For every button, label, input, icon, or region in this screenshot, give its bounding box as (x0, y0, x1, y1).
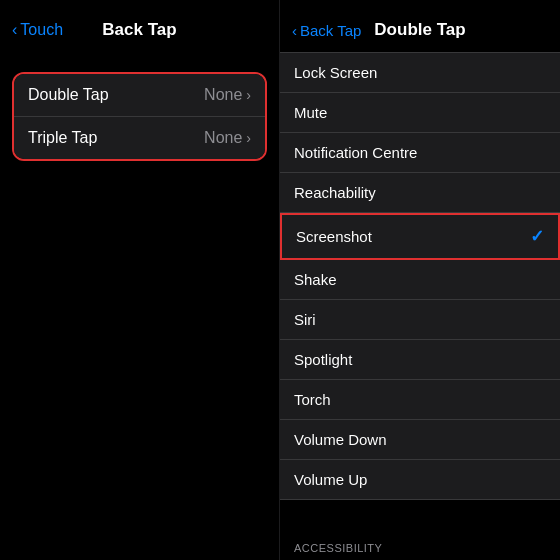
checkmark-icon: ✓ (530, 226, 544, 247)
triple-tap-value: None (204, 129, 242, 147)
list-item-label: Reachability (294, 184, 376, 201)
list-item-label: Mute (294, 104, 327, 121)
list-item[interactable]: Shake (280, 260, 560, 300)
list-item[interactable]: Notification Centre (280, 133, 560, 173)
double-tap-value-container: None › (204, 86, 251, 104)
right-chevron-icon: ‹ (292, 22, 297, 39)
list-item-label: Spotlight (294, 351, 352, 368)
right-title: Double Tap (374, 20, 465, 40)
list-item[interactable]: Spotlight (280, 340, 560, 380)
list-item[interactable]: Screenshot✓ (280, 213, 560, 260)
left-panel: ‹ Touch Back Tap Double Tap None › Tripl… (0, 0, 280, 560)
section-divider (280, 500, 560, 528)
list-item[interactable]: Reachability (280, 173, 560, 213)
list-item[interactable]: Volume Down (280, 420, 560, 460)
double-tap-row[interactable]: Double Tap None › (14, 74, 265, 117)
left-content: Double Tap None › Triple Tap None › (0, 52, 279, 161)
list-item[interactable]: Volume Up (280, 460, 560, 500)
left-back-button[interactable]: ‹ Touch (12, 21, 63, 39)
left-header: ‹ Touch Back Tap (0, 8, 279, 52)
triple-tap-label: Triple Tap (28, 129, 97, 147)
triple-tap-row[interactable]: Triple Tap None › (14, 117, 265, 159)
list-item-label: Torch (294, 391, 331, 408)
list-item-label: Volume Up (294, 471, 367, 488)
list-item-label: Volume Down (294, 431, 387, 448)
left-back-label: Touch (20, 21, 63, 39)
right-list: Lock ScreenMuteNotification CentreReacha… (280, 52, 560, 560)
list-item-label: Shake (294, 271, 337, 288)
list-item[interactable]: Torch (280, 380, 560, 420)
accessibility-header: ACCESSIBILITY (280, 528, 560, 560)
list-item[interactable]: Lock Screen (280, 52, 560, 93)
double-tap-label: Double Tap (28, 86, 109, 104)
double-tap-value: None (204, 86, 242, 104)
right-back-button[interactable]: ‹ Back Tap (292, 22, 361, 39)
right-header: ‹ Back Tap Double Tap (280, 8, 560, 52)
list-item-label: Notification Centre (294, 144, 417, 161)
right-back-label: Back Tap (300, 22, 361, 39)
accessibility-section: ACCESSIBILITY AssistiveTouchBackground S… (280, 528, 560, 560)
triple-tap-value-container: None › (204, 129, 251, 147)
list-item[interactable]: Siri (280, 300, 560, 340)
left-title: Back Tap (102, 20, 176, 40)
right-panel: ‹ Back Tap Double Tap Lock ScreenMuteNot… (280, 0, 560, 560)
tap-group: Double Tap None › Triple Tap None › (12, 72, 267, 161)
list-item-label: Screenshot (296, 228, 372, 245)
double-tap-chevron-icon: › (246, 87, 251, 103)
list-item[interactable]: Mute (280, 93, 560, 133)
triple-tap-chevron-icon: › (246, 130, 251, 146)
main-list-section: Lock ScreenMuteNotification CentreReacha… (280, 52, 560, 500)
left-chevron-icon: ‹ (12, 21, 17, 39)
list-item-label: Lock Screen (294, 64, 377, 81)
list-item-label: Siri (294, 311, 316, 328)
